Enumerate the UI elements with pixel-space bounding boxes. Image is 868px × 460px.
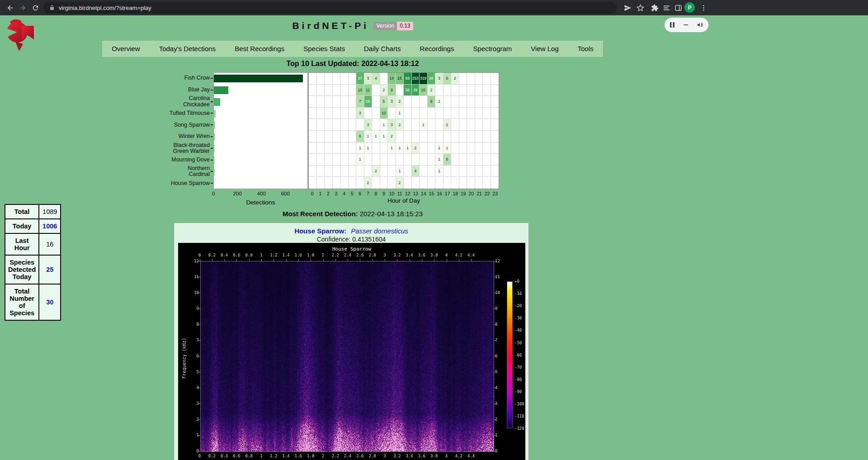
time-tick-label: 2.4 xyxy=(344,454,351,458)
nav-item-recordings[interactable]: Recordings xyxy=(410,41,464,57)
time-tick-label: 4.4 xyxy=(467,253,475,257)
nav-item-daily-charts[interactable]: Daily Charts xyxy=(354,41,410,57)
heat-cell xyxy=(467,142,475,154)
heat-cell: 1 xyxy=(396,108,404,119)
heat-cell: 2 xyxy=(412,142,420,154)
nav-item-overview[interactable]: Overview xyxy=(102,41,150,57)
menu-dots-icon[interactable] xyxy=(697,1,710,14)
detection-common-name[interactable]: House Sparrow: xyxy=(294,227,346,235)
heat-cell xyxy=(333,154,341,166)
stats-value-species-detected-today[interactable]: 25 xyxy=(39,255,61,284)
db-tick-label: -20 xyxy=(514,304,522,308)
heat-cell xyxy=(333,142,341,154)
heat-cell: 14 xyxy=(388,73,396,85)
freq-tick-label: 8 xyxy=(495,322,497,327)
hour-tick-label: 21 xyxy=(476,191,482,196)
heat-cell: 2 xyxy=(396,177,404,189)
address-bar[interactable]: virginia.birdnetpi.com/?stream=play xyxy=(43,2,617,14)
time-tick-label: 3.4 xyxy=(406,253,413,257)
extensions-icon[interactable] xyxy=(648,1,661,14)
freq-tick-label: 11 xyxy=(187,275,199,279)
heat-cell xyxy=(388,177,396,189)
heat-cell xyxy=(420,154,428,166)
profile-avatar[interactable]: P xyxy=(684,2,695,13)
heat-cell xyxy=(356,177,364,189)
detection-scientific-name[interactable]: Passer domesticus xyxy=(351,227,408,235)
heat-cell xyxy=(428,166,436,177)
forward-button[interactable] xyxy=(16,1,29,14)
heat-cell xyxy=(412,154,420,166)
time-tick-label: 1 xyxy=(260,454,262,458)
stats-value-last-hour: 16 xyxy=(39,233,61,255)
share-icon[interactable] xyxy=(621,1,634,14)
heat-cell xyxy=(428,142,436,154)
heat-cell xyxy=(412,131,420,142)
heat-cell: 1 xyxy=(380,119,388,131)
bookmark-star-icon[interactable] xyxy=(634,1,646,14)
volume-button[interactable] xyxy=(696,22,703,28)
heat-cell xyxy=(475,166,483,177)
heat-cell: 2 xyxy=(364,177,373,189)
heat-cell: 6 xyxy=(443,73,452,85)
detections-bar-tufted-titmouse xyxy=(214,110,216,118)
freq-tick-label: 3 xyxy=(187,401,199,406)
heat-cell xyxy=(483,108,491,119)
spectrogram: House Sparrow 000.20.20.40.40.60.60.80.8… xyxy=(178,243,525,460)
heat-cell: 3 xyxy=(435,73,443,85)
time-tick-label: 3 xyxy=(383,253,386,257)
heat-cell xyxy=(491,96,499,108)
hour-tick-label: 12 xyxy=(405,191,410,196)
detections-bar-mourning-dove xyxy=(214,156,215,164)
heat-cell xyxy=(443,131,452,142)
heat-cell xyxy=(420,166,428,177)
nav-item-view-log[interactable]: View Log xyxy=(521,41,568,57)
hour-tick-label: 22 xyxy=(485,191,490,196)
heat-cell xyxy=(309,108,317,119)
reload-button[interactable] xyxy=(29,1,42,14)
heat-cell: 6 xyxy=(443,154,452,166)
heat-cell xyxy=(372,108,380,119)
heat-cell: 1 xyxy=(420,119,428,131)
spectrogram-canvas xyxy=(200,261,494,452)
heat-cell: 253 xyxy=(412,73,420,85)
heat-cell: 3 xyxy=(356,108,364,119)
most-recent-label: Most Recent Detection: xyxy=(283,210,358,218)
nav-item-spectrogram[interactable]: Spectrogram xyxy=(463,41,521,57)
hour-tick-label: 10 xyxy=(389,191,395,196)
detection-confidence: Confidence: 0.41351604 xyxy=(174,236,528,243)
chart-title: Top 10 Last Updated: 2022-04-13 18:12 xyxy=(0,60,705,68)
nav-item-species-stats[interactable]: Species Stats xyxy=(294,41,354,57)
stats-row: Last Hour16 xyxy=(5,233,61,255)
heat-cell xyxy=(325,177,333,189)
freq-tick-label: 1 xyxy=(187,433,199,437)
pause-button[interactable] xyxy=(670,22,675,28)
heat-cell: 1 xyxy=(435,142,443,154)
audio-time-dash xyxy=(684,24,688,25)
freq-tick-label: 3 xyxy=(495,401,497,406)
most-recent-detection: Most Recent Detection: 2022-04-13 18:15:… xyxy=(0,210,705,218)
nav-item-today-s-detections[interactable]: Today's Detections xyxy=(150,41,225,57)
species-label-carolina-chickadee: Carolina Chickadee xyxy=(129,96,210,108)
heat-cell xyxy=(412,96,420,108)
heat-cell: 1 xyxy=(364,142,373,154)
time-tick-label: 0 xyxy=(198,454,201,458)
side-panel-icon[interactable] xyxy=(672,1,684,14)
reading-list-icon[interactable] xyxy=(660,1,673,14)
stats-value-today[interactable]: 1006 xyxy=(39,219,61,233)
species-tick xyxy=(211,124,213,125)
time-tick-label: 3 xyxy=(383,454,386,458)
stats-value-total-number-of-species[interactable]: 30 xyxy=(39,284,61,320)
page-title: BirdNET-Pi xyxy=(292,20,369,31)
nav-item-tools[interactable]: Tools xyxy=(568,41,603,57)
heat-cell xyxy=(412,177,420,189)
heat-cell xyxy=(475,108,483,119)
heat-cell xyxy=(475,85,483,96)
heat-cell xyxy=(428,108,436,119)
heat-cell xyxy=(340,85,349,96)
heat-cell xyxy=(459,131,467,142)
nav-item-best-recordings[interactable]: Best Recordings xyxy=(225,41,294,57)
hour-tick-label: 3 xyxy=(335,191,338,196)
back-button[interactable] xyxy=(4,1,16,14)
nav-menu: OverviewToday's DetectionsBest Recording… xyxy=(102,41,603,57)
heat-cell xyxy=(340,108,349,119)
